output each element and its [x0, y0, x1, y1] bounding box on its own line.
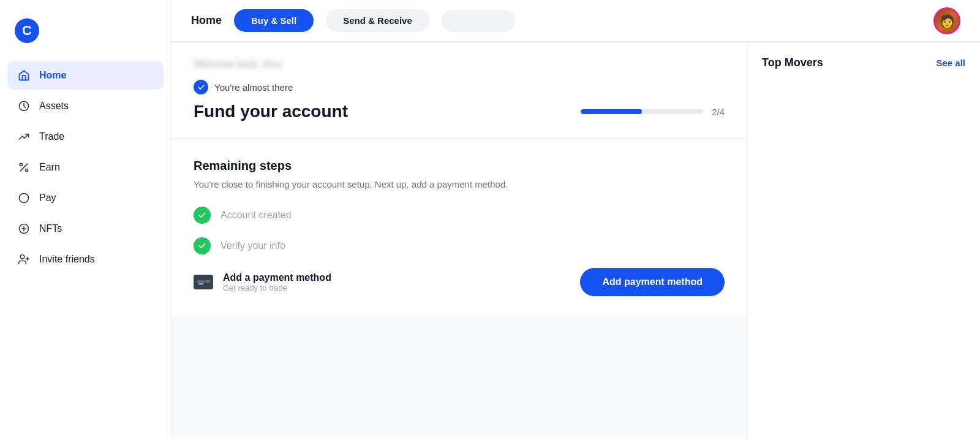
svg-point-4 [20, 194, 29, 203]
sidebar-item-trade-label: Trade [39, 131, 64, 142]
remaining-steps-subtitle: You're close to finishing your account s… [194, 179, 725, 189]
fund-row: Fund your account 2/4 [194, 102, 725, 121]
payment-info: Add a payment method Get ready to trade [223, 272, 331, 292]
trade-icon [17, 130, 31, 143]
home-icon [17, 69, 31, 82]
check-green-icon-1 [194, 207, 211, 224]
coinbase-logo[interactable]: C [15, 18, 39, 43]
sidebar-item-invite[interactable]: Invite friends [7, 245, 164, 273]
progress-section: 2/4 [581, 107, 725, 117]
content-area: Welcome back, Amy You're almost there Fu… [172, 42, 980, 439]
main-panel: Welcome back, Amy You're almost there Fu… [172, 42, 747, 439]
nfts-icon [17, 222, 31, 235]
logo-area: C [0, 12, 171, 61]
payment-method-title: Add a payment method [223, 272, 331, 283]
svg-rect-13 [198, 283, 203, 284]
right-panel-header: Top Movers See all [762, 56, 965, 69]
check-green-icon-2 [194, 237, 211, 254]
pay-icon [17, 191, 31, 205]
sidebar-item-pay[interactable]: Pay [7, 184, 164, 212]
sidebar: C Home Assets [0, 0, 172, 439]
right-panel: Top Movers See all [747, 42, 980, 439]
main-area: Home Buy & Sell Send & Receive 🧑 Welcome… [172, 0, 980, 439]
page-title: Home [191, 14, 222, 27]
sidebar-nav: Home Assets Trade [0, 61, 171, 273]
credit-card-icon [194, 275, 213, 289]
remaining-steps-title: Remaining steps [194, 159, 725, 173]
step-verify-info-label: Verify your info [221, 240, 285, 251]
step-account-created-label: Account created [221, 210, 292, 221]
step-account-created: Account created [194, 207, 725, 224]
sidebar-item-assets-label: Assets [39, 101, 69, 112]
step-verify-info: Verify your info [194, 237, 725, 254]
welcome-section: Welcome back, Amy You're almost there Fu… [172, 42, 747, 139]
progress-bar-fill [581, 109, 642, 114]
sidebar-item-earn-label: Earn [39, 162, 60, 173]
sidebar-item-earn[interactable]: Earn [7, 153, 164, 181]
sidebar-item-nfts[interactable]: NFTs [7, 215, 164, 243]
welcome-name: Welcome back, Amy [194, 59, 725, 70]
toggle-button[interactable] [442, 10, 515, 32]
buy-sell-button[interactable]: Buy & Sell [234, 9, 314, 32]
svg-point-8 [20, 255, 24, 259]
sidebar-item-home-label: Home [39, 70, 66, 81]
svg-point-3 [26, 169, 28, 172]
invite-icon [17, 253, 31, 266]
almost-there-text: You're almost there [214, 82, 293, 93]
top-movers-title: Top Movers [762, 56, 823, 69]
payment-step-left: Add a payment method Get ready to trade [194, 272, 331, 292]
sidebar-item-nfts-label: NFTs [39, 223, 62, 234]
svg-point-2 [20, 163, 22, 166]
svg-rect-12 [197, 280, 210, 282]
payment-step: Add a payment method Get ready to trade … [194, 268, 725, 296]
steps-section: Remaining steps You're close to finishin… [172, 139, 747, 316]
progress-label: 2/4 [712, 107, 725, 117]
see-all-link[interactable]: See all [936, 58, 965, 68]
sidebar-item-invite-label: Invite friends [39, 254, 95, 265]
sidebar-item-pay-label: Pay [39, 193, 56, 204]
send-receive-button[interactable]: Send & Receive [326, 9, 429, 32]
top-nav: Home Buy & Sell Send & Receive 🧑 [172, 0, 980, 42]
progress-bar [581, 109, 703, 114]
add-payment-button[interactable]: Add payment method [580, 268, 725, 296]
payment-method-subtitle: Get ready to trade [223, 283, 331, 292]
almost-there-row: You're almost there [194, 80, 725, 94]
check-blue-icon [194, 80, 208, 94]
sidebar-item-home[interactable]: Home [7, 61, 164, 90]
sidebar-item-assets[interactable]: Assets [7, 92, 164, 120]
avatar[interactable]: 🧑 [933, 7, 960, 34]
sidebar-item-trade[interactable]: Trade [7, 123, 164, 151]
assets-icon [17, 99, 31, 113]
fund-account-title: Fund your account [194, 102, 348, 121]
svg-line-1 [20, 164, 28, 171]
earn-icon [17, 161, 31, 174]
